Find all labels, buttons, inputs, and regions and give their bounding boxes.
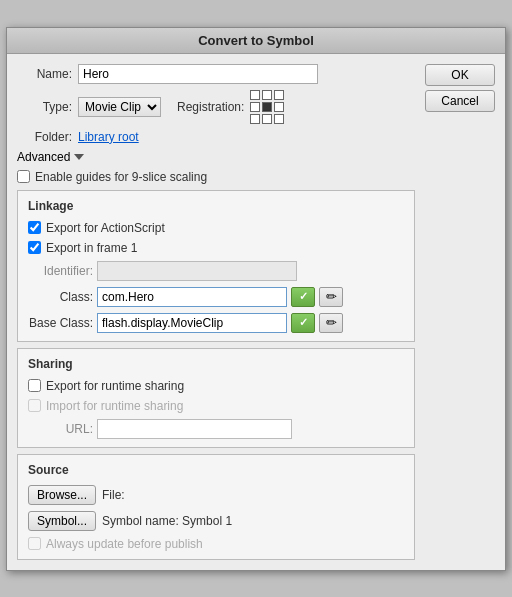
type-label: Type:: [17, 100, 72, 114]
nine-slice-label: Enable guides for 9-slice scaling: [35, 170, 207, 184]
base-pencil-icon: ✏: [326, 315, 337, 330]
export-actionscript-checkbox[interactable]: [28, 221, 41, 234]
base-class-check-icon[interactable]: ✓: [291, 313, 315, 333]
url-row: URL:: [28, 419, 404, 439]
browse-row: Browse... File:: [28, 485, 404, 505]
name-label: Name:: [17, 67, 72, 81]
url-label: URL:: [28, 422, 93, 436]
source-section: Source Browse... File: Symbol... Symbol …: [17, 454, 415, 560]
base-checkmark-icon: ✓: [299, 316, 308, 329]
dialog-title: Convert to Symbol: [198, 33, 314, 48]
nine-slice-row: Enable guides for 9-slice scaling: [17, 170, 415, 184]
dialog: Convert to Symbol Name: Type: Movie Clip…: [6, 27, 506, 571]
reg-dot-3[interactable]: [274, 90, 284, 100]
nine-slice-checkbox[interactable]: [17, 170, 30, 183]
browse-button[interactable]: Browse...: [28, 485, 96, 505]
url-input[interactable]: [97, 419, 292, 439]
registration-grid[interactable]: [250, 90, 284, 124]
import-runtime-label: Import for runtime sharing: [46, 399, 183, 413]
base-class-input[interactable]: [97, 313, 287, 333]
symbol-name-text: Symbol name: Symbol 1: [102, 514, 232, 528]
base-class-row: Base Class: ✓ ✏: [28, 313, 404, 333]
button-panel: OK Cancel: [425, 64, 495, 560]
class-edit-icon[interactable]: ✏: [319, 287, 343, 307]
export-runtime-row: Export for runtime sharing: [28, 379, 404, 393]
reg-dot-1[interactable]: [250, 90, 260, 100]
reg-dot-8[interactable]: [262, 114, 272, 124]
advanced-label: Advanced: [17, 150, 70, 164]
identifier-input: [97, 261, 297, 281]
name-row: Name:: [17, 64, 415, 84]
main-content: Name: Type: Movie Clip Button Graphic Re…: [17, 64, 415, 560]
export-actionscript-label: Export for ActionScript: [46, 221, 165, 235]
file-label: File:: [102, 488, 125, 502]
reg-dot-2[interactable]: [262, 90, 272, 100]
always-update-checkbox: [28, 537, 41, 550]
symbol-row: Symbol... Symbol name: Symbol 1: [28, 511, 404, 531]
name-input[interactable]: [78, 64, 318, 84]
advanced-triangle-icon: [74, 154, 84, 160]
base-class-edit-icon[interactable]: ✏: [319, 313, 343, 333]
type-select[interactable]: Movie Clip Button Graphic: [78, 97, 161, 117]
export-frame1-row: Export in frame 1: [28, 241, 404, 255]
reg-dot-5[interactable]: [262, 102, 272, 112]
folder-row: Folder: Library root: [17, 130, 415, 144]
class-row: Class: ✓ ✏: [28, 287, 404, 307]
sharing-title: Sharing: [28, 357, 404, 371]
import-runtime-row: Import for runtime sharing: [28, 399, 404, 413]
base-class-label: Base Class:: [28, 316, 93, 330]
export-frame1-checkbox[interactable]: [28, 241, 41, 254]
linkage-title: Linkage: [28, 199, 404, 213]
class-input[interactable]: [97, 287, 287, 307]
class-check-icon[interactable]: ✓: [291, 287, 315, 307]
export-frame1-label: Export in frame 1: [46, 241, 137, 255]
registration-label: Registration:: [177, 100, 244, 114]
cancel-button[interactable]: Cancel: [425, 90, 495, 112]
title-bar: Convert to Symbol: [7, 28, 505, 54]
advanced-toggle[interactable]: Advanced: [17, 150, 415, 164]
always-update-label: Always update before publish: [46, 537, 203, 551]
reg-dot-7[interactable]: [250, 114, 260, 124]
class-label: Class:: [28, 290, 93, 304]
linkage-section: Linkage Export for ActionScript Export i…: [17, 190, 415, 342]
type-row: Type: Movie Clip Button Graphic Registra…: [17, 90, 415, 124]
symbol-button[interactable]: Symbol...: [28, 511, 96, 531]
always-update-row: Always update before publish: [28, 537, 404, 551]
checkmark-icon: ✓: [299, 290, 308, 303]
identifier-label: Identifier:: [28, 264, 93, 278]
reg-dot-6[interactable]: [274, 102, 284, 112]
folder-label: Folder:: [17, 130, 72, 144]
ok-button[interactable]: OK: [425, 64, 495, 86]
reg-dot-9[interactable]: [274, 114, 284, 124]
export-runtime-label: Export for runtime sharing: [46, 379, 184, 393]
pencil-icon: ✏: [326, 289, 337, 304]
source-title: Source: [28, 463, 404, 477]
import-runtime-checkbox: [28, 399, 41, 412]
export-runtime-checkbox[interactable]: [28, 379, 41, 392]
export-actionscript-row: Export for ActionScript: [28, 221, 404, 235]
identifier-row: Identifier:: [28, 261, 404, 281]
reg-dot-4[interactable]: [250, 102, 260, 112]
folder-link[interactable]: Library root: [78, 130, 139, 144]
sharing-section: Sharing Export for runtime sharing Impor…: [17, 348, 415, 448]
